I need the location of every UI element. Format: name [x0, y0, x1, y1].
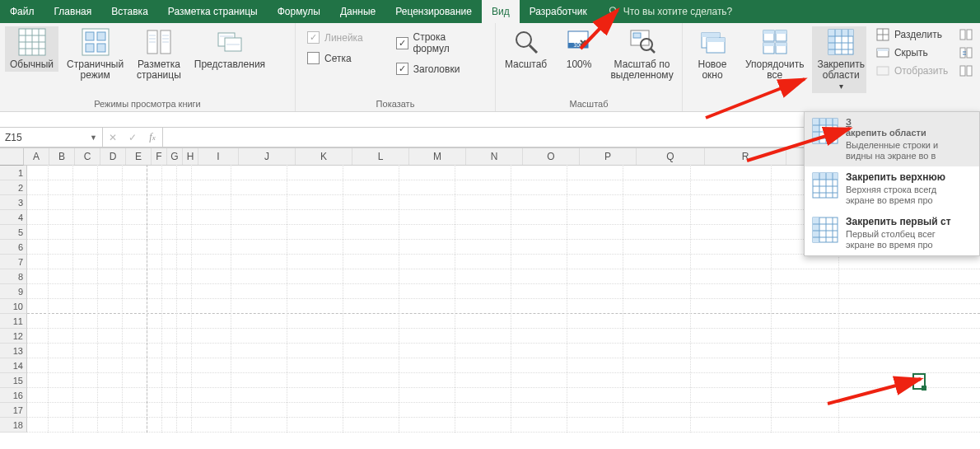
col-header[interactable]: E — [126, 148, 152, 165]
row-cells[interactable] — [27, 373, 980, 388]
page-layout-icon — [145, 28, 173, 56]
row-header[interactable]: 12 — [0, 329, 27, 344]
view-page-layout-button[interactable]: Разметка страницы — [132, 26, 186, 82]
new-window-button[interactable]: Новое окно — [688, 26, 737, 82]
dd-title-2: Закрепить первый ст — [846, 216, 951, 227]
fill-handle[interactable] — [922, 386, 926, 391]
col-header[interactable]: B — [49, 148, 75, 165]
row-cells[interactable] — [27, 418, 980, 433]
row-cells[interactable] — [27, 255, 980, 269]
col-header[interactable]: R — [705, 148, 786, 165]
row-cells[interactable] — [27, 388, 980, 403]
chk-headings[interactable]: ✓ Заголовки — [396, 63, 483, 75]
zoom-100-button[interactable]: 100 100% — [554, 26, 604, 72]
tab-formulas[interactable]: Формулы — [268, 0, 330, 23]
row-cells[interactable] — [27, 344, 980, 358]
svg-rect-1 — [611, 13, 614, 16]
row-header[interactable]: 2 — [0, 180, 27, 195]
tab-insert[interactable]: Вставка — [101, 0, 158, 23]
col-header[interactable]: M — [409, 148, 466, 165]
group-show: ✓ Линейка Сетка ✓ Строка формул ✓ Заголо… — [296, 23, 496, 111]
col-header[interactable]: N — [466, 148, 523, 165]
row-header[interactable]: 5 — [0, 225, 27, 240]
tab-developer[interactable]: Разработчик — [520, 0, 597, 23]
chk-formula-bar[interactable]: ✓ Строка формул — [396, 31, 483, 54]
col-header[interactable]: A — [24, 148, 49, 165]
arrange-all-button[interactable]: Упорядочить все — [740, 26, 809, 82]
row-header[interactable]: 17 — [0, 403, 27, 418]
tab-review[interactable]: Рецензирование — [385, 0, 482, 23]
row-cells[interactable] — [27, 403, 980, 418]
tab-view[interactable]: Вид — [482, 0, 520, 23]
freeze-panes-button[interactable]: Закрепить области ▾ — [812, 26, 866, 93]
page-break-icon — [82, 28, 110, 56]
side-by-side-icon — [959, 28, 973, 41]
enter-icon[interactable]: ✓ — [123, 128, 142, 147]
row-header[interactable]: 18 — [0, 418, 27, 433]
select-all-corner[interactable] — [0, 148, 24, 166]
dd-desc-2b: экране во время про — [846, 240, 951, 250]
extra-2[interactable] — [959, 46, 973, 59]
zoom-button[interactable]: Масштаб — [501, 26, 551, 72]
custom-views-button[interactable]: Представления — [189, 26, 270, 72]
row-cells[interactable] — [27, 314, 980, 329]
col-header[interactable]: Q — [637, 148, 705, 165]
tab-home[interactable]: Главная — [44, 0, 102, 23]
fx-icon[interactable]: fx — [142, 128, 162, 147]
row-cells[interactable] — [27, 299, 980, 314]
chevron-down-icon[interactable]: ▼ — [90, 133, 97, 142]
row-cells[interactable] — [27, 358, 980, 373]
row-header[interactable]: 14 — [0, 358, 27, 373]
row-header[interactable]: 3 — [0, 195, 27, 210]
col-header[interactable]: C — [75, 148, 100, 165]
tell-me[interactable]: Что вы хотите сделать? — [597, 0, 743, 23]
tab-data[interactable]: Данные — [330, 0, 385, 23]
col-header[interactable]: H — [183, 148, 198, 165]
col-header[interactable]: I — [198, 148, 239, 165]
row-header[interactable]: 15 — [0, 373, 27, 388]
chk-gridlines[interactable]: Сетка — [307, 52, 363, 64]
hide-button[interactable]: Скрыть — [876, 46, 948, 59]
row-header[interactable]: 16 — [0, 388, 27, 403]
split-button[interactable]: Разделить — [876, 28, 948, 41]
group-zoom-title: Масштаб — [501, 97, 677, 110]
col-header[interactable]: D — [100, 148, 126, 165]
svg-rect-61 — [877, 67, 889, 75]
active-cell[interactable] — [912, 373, 926, 390]
row-header[interactable]: 7 — [0, 255, 27, 269]
freeze-first-col-item[interactable]: Закрепить первый ст Первый столбец всег … — [805, 211, 979, 255]
row-header[interactable]: 6 — [0, 240, 27, 255]
row-header[interactable]: 4 — [0, 210, 27, 225]
row-header[interactable]: 9 — [0, 284, 27, 299]
row-cells[interactable] — [27, 269, 980, 284]
svg-rect-70 — [813, 119, 819, 143]
cancel-icon[interactable]: ✕ — [103, 128, 123, 147]
col-header[interactable]: K — [296, 148, 352, 165]
row-cells[interactable] — [27, 284, 980, 299]
row-header[interactable]: 10 — [0, 299, 27, 314]
name-box[interactable]: Z15 ▼ — [0, 127, 103, 147]
row-header[interactable]: 8 — [0, 269, 27, 284]
freeze-top-row-item[interactable]: Закрепить верхнюю Верхняя строка всегд э… — [805, 166, 979, 211]
row-cells[interactable] — [27, 329, 980, 344]
row-header[interactable]: 11 — [0, 314, 27, 329]
svg-rect-65 — [967, 48, 972, 58]
view-normal-button[interactable]: Обычный — [5, 26, 58, 72]
extra-1[interactable] — [959, 28, 973, 41]
col-header[interactable]: G — [167, 148, 183, 165]
tab-file[interactable]: Файл — [0, 0, 44, 23]
col-header[interactable]: P — [580, 148, 637, 165]
row-header[interactable]: 13 — [0, 344, 27, 358]
svg-rect-36 — [702, 33, 720, 37]
extra-3[interactable] — [959, 64, 973, 77]
col-header[interactable]: O — [523, 148, 580, 165]
col-header[interactable]: L — [352, 148, 409, 165]
view-page-break-button[interactable]: Страничный режим — [62, 26, 128, 82]
col-header[interactable]: F — [152, 148, 167, 165]
col-header[interactable]: J — [239, 148, 296, 165]
zoom-selection-button[interactable]: Масштаб по выделенному — [607, 26, 677, 82]
new-l2: окно — [702, 70, 722, 81]
freeze-panes-item[interactable]: Закрепить области Выделенные строки и ви… — [805, 112, 979, 166]
row-header[interactable]: 1 — [0, 166, 27, 180]
tab-layout[interactable]: Разметка страницы — [158, 0, 268, 23]
